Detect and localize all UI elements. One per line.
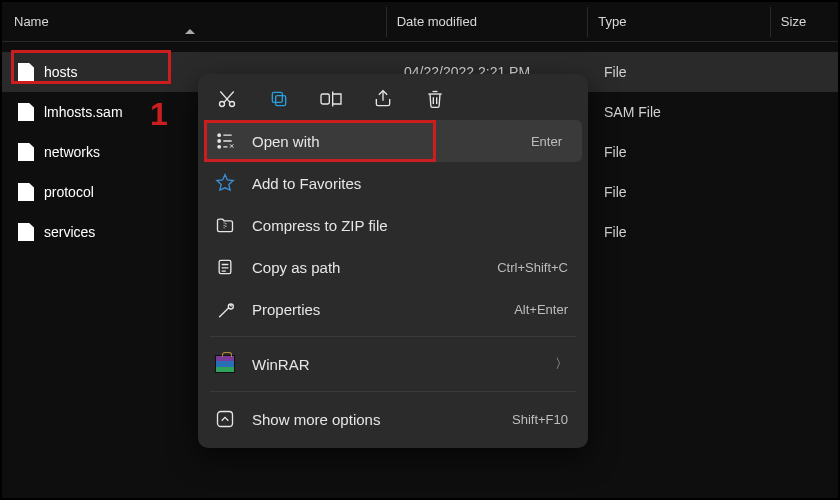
file-type: SAM File	[604, 104, 784, 120]
menu-properties-label: Properties	[252, 301, 498, 318]
column-header-row: Name Date modified Type Size	[2, 2, 838, 42]
col-divider	[587, 7, 588, 37]
col-header-size[interactable]: Size	[781, 14, 838, 29]
open-with-icon	[214, 130, 236, 152]
col-header-date[interactable]: Date modified	[397, 14, 588, 29]
properties-icon	[214, 298, 236, 320]
menu-copy-path-label: Copy as path	[252, 259, 481, 276]
cut-icon[interactable]	[216, 88, 238, 110]
menu-show-more[interactable]: Show more options Shift+F10	[198, 398, 588, 440]
menu-properties[interactable]: Properties Alt+Enter	[198, 288, 588, 330]
file-type: File	[604, 224, 784, 240]
svg-rect-2	[276, 96, 286, 106]
menu-winrar-label: WinRAR	[252, 356, 539, 373]
sort-asc-icon	[185, 14, 195, 29]
menu-open-with-label: Open with	[252, 133, 515, 150]
col-header-type[interactable]: Type	[598, 14, 770, 29]
col-divider	[386, 7, 387, 37]
menu-show-more-label: Show more options	[252, 411, 496, 428]
file-icon	[18, 223, 34, 241]
svg-point-7	[218, 146, 221, 149]
zip-icon	[214, 214, 236, 236]
svg-point-6	[218, 140, 221, 143]
chevron-right-icon: 〉	[555, 355, 568, 373]
winrar-icon	[214, 353, 236, 375]
svg-rect-9	[218, 412, 233, 427]
file-icon	[18, 143, 34, 161]
menu-separator	[210, 391, 576, 392]
menu-properties-shortcut: Alt+Enter	[514, 302, 568, 317]
col-divider	[770, 7, 771, 37]
context-menu: Open with Enter Add to Favorites Compres…	[198, 74, 588, 448]
file-icon	[18, 103, 34, 121]
menu-winrar[interactable]: WinRAR 〉	[198, 343, 588, 385]
file-icon	[18, 183, 34, 201]
copy-path-icon	[214, 256, 236, 278]
col-header-name[interactable]: Name	[14, 14, 386, 29]
svg-point-1	[230, 102, 235, 107]
menu-copy-path[interactable]: Copy as path Ctrl+Shift+C	[198, 246, 588, 288]
file-name: lmhosts.sam	[44, 104, 123, 120]
copy-icon[interactable]	[268, 88, 290, 110]
menu-compress-zip-label: Compress to ZIP file	[252, 217, 572, 234]
file-icon	[18, 63, 34, 81]
more-icon	[214, 408, 236, 430]
file-name: hosts	[44, 64, 77, 80]
svg-point-5	[218, 134, 221, 137]
star-icon	[214, 172, 236, 194]
file-type: File	[604, 64, 784, 80]
menu-open-with-shortcut: Enter	[531, 134, 562, 149]
share-icon[interactable]	[372, 88, 394, 110]
menu-compress-zip[interactable]: Compress to ZIP file	[198, 204, 588, 246]
context-menu-toolbar	[198, 80, 588, 120]
delete-icon[interactable]	[424, 88, 446, 110]
svg-rect-4	[321, 94, 329, 104]
file-name: services	[44, 224, 95, 240]
menu-separator	[210, 336, 576, 337]
menu-add-favorites-label: Add to Favorites	[252, 175, 572, 192]
menu-open-with[interactable]: Open with Enter	[204, 120, 582, 162]
file-type: File	[604, 184, 784, 200]
col-header-name-label: Name	[14, 14, 49, 29]
menu-copy-path-shortcut: Ctrl+Shift+C	[497, 260, 568, 275]
rename-icon[interactable]	[320, 88, 342, 110]
menu-show-more-shortcut: Shift+F10	[512, 412, 568, 427]
svg-rect-3	[272, 92, 282, 102]
svg-point-0	[220, 102, 225, 107]
menu-add-favorites[interactable]: Add to Favorites	[198, 162, 588, 204]
file-name: networks	[44, 144, 100, 160]
file-name: protocol	[44, 184, 94, 200]
file-type: File	[604, 144, 784, 160]
